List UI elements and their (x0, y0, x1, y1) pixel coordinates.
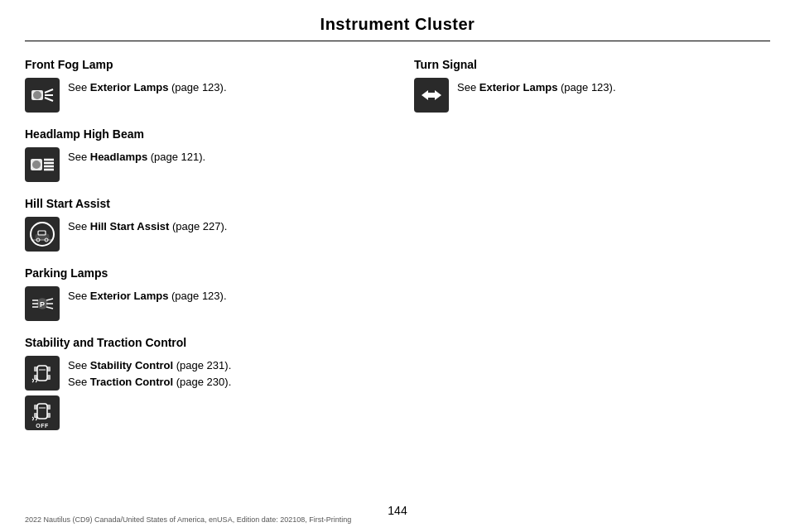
svg-rect-34 (47, 405, 51, 410)
traction-off-icon: OFF (25, 395, 60, 430)
headlamp-icon (25, 147, 60, 182)
svg-line-4 (45, 98, 53, 101)
left-column: Front Fog Lamp See Exterior Lamps (page … (25, 58, 406, 445)
svg-point-6 (32, 161, 41, 169)
turn-signal-icon (414, 78, 449, 113)
section-front-fog-lamp: Front Fog Lamp See Exterior Lamps (page … (25, 58, 381, 113)
parking-lamps-row: P See Exterior Lamps (page 123). (25, 286, 381, 321)
headlamp-high-beam-text: See Headlamps (page 121). (68, 147, 205, 165)
stability-traction-text: See Stability Control (page 231). See Tr… (68, 356, 231, 390)
hill-start-assist-title: Hill Start Assist (25, 197, 381, 210)
svg-rect-30 (47, 375, 51, 380)
svg-rect-33 (34, 405, 37, 410)
hill-start-assist-row: See Hill Start Assist (page 227). (25, 217, 381, 252)
turn-signal-row: See Exterior Lamps (page 123). (414, 78, 770, 113)
svg-rect-31 (37, 404, 47, 419)
svg-rect-28 (47, 367, 51, 371)
hill-start-assist-text: See Hill Start Assist (page 227). (68, 217, 227, 235)
right-column: Turn Signal See Exterior Lamps (page 123… (406, 58, 770, 445)
stability-traction-row: OFF See Stability Control (page 231). Se… (25, 356, 381, 430)
hill-start-icon (25, 217, 60, 252)
headlamp-high-beam-row: See Headlamps (page 121). (25, 147, 381, 182)
svg-line-2 (45, 89, 53, 93)
parking-lamps-icon: P (25, 286, 60, 321)
section-parking-lamps: Parking Lamps P (25, 266, 381, 321)
svg-line-24 (46, 307, 53, 309)
page-title: Instrument Cluster (0, 0, 795, 41)
section-hill-start-assist: Hill Start Assist (25, 197, 381, 252)
svg-point-1 (33, 91, 41, 99)
svg-text:P: P (40, 300, 45, 309)
stability-icon (25, 356, 60, 391)
parking-lamps-text: See Exterior Lamps (page 123). (68, 286, 227, 304)
turn-signal-text: See Exterior Lamps (page 123). (457, 78, 616, 96)
svg-rect-36 (47, 413, 51, 418)
fog-lamp-icon (25, 78, 60, 113)
svg-rect-27 (34, 367, 37, 371)
front-fog-lamp-text: See Exterior Lamps (page 123). (68, 78, 227, 96)
content-area: Front Fog Lamp See Exterior Lamps (page … (0, 41, 795, 445)
svg-line-22 (46, 299, 53, 300)
stability-icons-stack: OFF (25, 356, 60, 430)
footer-note: 2022 Nautilus (CD9) Canada/United States… (25, 515, 351, 524)
svg-rect-25 (37, 366, 47, 381)
section-headlamp-high-beam: Headlamp High Beam See Headlamps (page 1… (25, 127, 381, 182)
svg-marker-38 (428, 90, 441, 100)
section-stability-traction: Stability and Traction Control (25, 336, 381, 430)
front-fog-lamp-row: See Exterior Lamps (page 123). (25, 78, 381, 113)
turn-signal-title: Turn Signal (414, 58, 770, 71)
front-fog-lamp-title: Front Fog Lamp (25, 58, 381, 71)
section-turn-signal: Turn Signal See Exterior Lamps (page 123… (414, 58, 770, 113)
stability-traction-title: Stability and Traction Control (25, 336, 381, 349)
parking-lamps-title: Parking Lamps (25, 266, 381, 280)
headlamp-high-beam-title: Headlamp High Beam (25, 127, 381, 141)
